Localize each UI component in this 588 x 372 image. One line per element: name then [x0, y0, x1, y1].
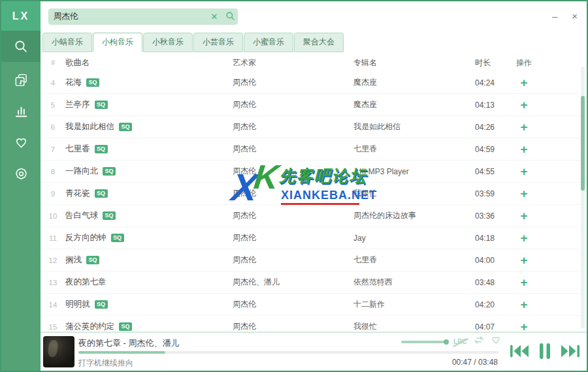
- song-album: 我很忙: [353, 321, 463, 332]
- desktop-lyric-toggle-icon[interactable]: LRC: [453, 338, 467, 345]
- quality-badge: SQ: [95, 300, 108, 309]
- sidebar-item-search[interactable]: [1, 31, 41, 62]
- search-icon[interactable]: [222, 11, 238, 23]
- add-song-button[interactable]: +: [520, 121, 527, 134]
- leaderboard-icon: [14, 104, 29, 119]
- tab-0[interactable]: 小蜗音乐: [42, 33, 92, 52]
- title-bar: LX ✕ – ×: [1, 1, 587, 31]
- search-icon: [13, 39, 29, 54]
- love-song-icon[interactable]: [491, 335, 501, 348]
- tab-1[interactable]: 小枸音乐: [93, 33, 142, 52]
- song-title: 七里香SQ: [65, 144, 233, 155]
- table-row[interactable]: 4花海SQ周杰伦魔杰座04:24+: [41, 72, 580, 94]
- tab-3[interactable]: 小芸音乐: [193, 33, 243, 52]
- add-song-button[interactable]: +: [520, 99, 527, 112]
- progress-bar[interactable]: [78, 351, 499, 354]
- song-album: 魔杰座: [353, 99, 463, 110]
- song-number: 4: [41, 79, 65, 87]
- scrollbar-track[interactable]: [581, 67, 585, 328]
- song-artist: 周杰伦: [233, 99, 353, 110]
- header-num: #: [41, 59, 65, 67]
- quality-badge: SQ: [95, 101, 108, 109]
- song-duration: 04:24: [463, 78, 501, 87]
- add-song-button[interactable]: +: [520, 298, 527, 311]
- close-button[interactable]: ×: [572, 11, 578, 21]
- table-row[interactable]: 5兰亭序SQ周杰伦魔杰座04:13+: [41, 94, 580, 116]
- minimize-button[interactable]: –: [552, 11, 557, 21]
- song-title: 我是如此相信SQ: [65, 121, 233, 132]
- clear-search-icon[interactable]: ✕: [206, 12, 222, 22]
- tab-4[interactable]: 小蜜音乐: [244, 33, 293, 52]
- table-row[interactable]: 11反方向的钟SQ周杰伦Jay04:18+: [41, 227, 580, 249]
- add-song-button[interactable]: +: [520, 276, 527, 289]
- song-number: 13: [41, 279, 65, 287]
- sidebar-item-music-library[interactable]: [1, 64, 41, 95]
- song-number: 11: [41, 234, 65, 242]
- quality-badge: SQ: [86, 256, 99, 264]
- add-song-button[interactable]: +: [520, 232, 527, 245]
- table-row[interactable]: 7七里香SQ周杰伦七里香04:59+: [41, 138, 580, 161]
- song-artist: 周杰伦: [233, 188, 353, 199]
- table-row[interactable]: 10告白气球SQ周杰伦周杰伦的床边故事03:36+: [41, 205, 580, 227]
- play-mode-loop-icon[interactable]: [474, 335, 484, 348]
- tab-5[interactable]: 聚合大会: [294, 33, 344, 52]
- song-artist: 周杰伦: [233, 255, 353, 266]
- favorites-heart-icon: [14, 135, 29, 150]
- song-title: 花海SQ: [65, 77, 233, 88]
- header-duration: 时长: [463, 57, 501, 69]
- song-list: 4花海SQ周杰伦魔杰座04:24+5兰亭序SQ周杰伦魔杰座04:13+6我是如此…: [41, 72, 580, 338]
- song-title: 告白气球SQ: [65, 210, 233, 221]
- sidebar-item-settings[interactable]: [1, 158, 41, 189]
- table-row[interactable]: 14明明就SQ周杰伦十二新作04:20+: [41, 294, 580, 316]
- table-row[interactable]: 12搁浅SQ周杰伦七里香04:00+: [41, 249, 580, 271]
- app-logo: LX: [1, 1, 41, 31]
- song-title: 明明就SQ: [65, 299, 233, 310]
- sidebar-item-leaderboard[interactable]: [1, 95, 41, 127]
- quality-badge: SQ: [95, 189, 108, 198]
- music-library-icon: [14, 72, 29, 87]
- search-box[interactable]: ✕: [48, 8, 238, 25]
- add-song-button[interactable]: +: [520, 165, 527, 178]
- table-row[interactable]: 8一路向北SQ周杰伦J III MP3 Player04:55+: [41, 161, 580, 183]
- next-track-button[interactable]: [561, 343, 580, 359]
- song-album: 周杰伦的床边故事: [353, 210, 463, 221]
- add-song-button[interactable]: +: [520, 254, 527, 267]
- table-row[interactable]: 9青花瓷SQ周杰伦我很忙03:59+: [41, 183, 580, 205]
- song-duration: 04:59: [463, 145, 501, 154]
- song-number: 14: [41, 301, 65, 309]
- previous-track-button[interactable]: [510, 343, 529, 359]
- tab-2[interactable]: 小秋音乐: [143, 33, 193, 52]
- search-input[interactable]: [48, 12, 206, 22]
- song-title: 搁浅SQ: [65, 255, 233, 266]
- song-number: 5: [41, 101, 65, 109]
- song-artist: 周杰伦: [233, 121, 353, 132]
- album-art[interactable]: [43, 336, 74, 367]
- song-number: 8: [41, 168, 65, 176]
- add-song-button[interactable]: +: [520, 209, 527, 223]
- sidebar-item-favorites[interactable]: [1, 127, 41, 158]
- song-artist: 周杰伦: [233, 166, 353, 177]
- now-playing-title: 夜的第七章 - 周杰伦、潘儿: [78, 337, 180, 349]
- table-row[interactable]: 6我是如此相信SQ周杰伦我是如此相信04:26+: [41, 116, 580, 138]
- add-song-button[interactable]: +: [520, 143, 527, 156]
- song-album: 魔杰座: [353, 77, 463, 88]
- song-duration: 03:36: [463, 211, 501, 221]
- song-duration: 04:26: [463, 123, 501, 132]
- song-number: 10: [41, 212, 65, 220]
- volume-handle[interactable]: [444, 339, 449, 345]
- source-tabs: 小蜗音乐小枸音乐小秋音乐小芸音乐小蜜音乐聚合大会: [42, 33, 344, 52]
- song-artist: 周杰伦: [233, 299, 353, 310]
- table-row[interactable]: 13夜的第七章周杰伦、潘儿依然范特西03:48+: [41, 271, 580, 294]
- header-action: 操作: [501, 57, 547, 69]
- pause-button[interactable]: [538, 342, 551, 360]
- song-title: 蒲公英的约定SQ: [65, 321, 233, 332]
- volume-slider[interactable]: [401, 341, 448, 343]
- song-album: 十二新作: [353, 299, 463, 310]
- song-artist: 周杰伦: [233, 232, 353, 243]
- add-song-button[interactable]: +: [520, 76, 527, 89]
- song-artist: 周杰伦、潘儿: [233, 277, 353, 288]
- add-song-button[interactable]: +: [520, 187, 527, 200]
- quality-badge: SQ: [95, 145, 108, 153]
- scrollbar-thumb[interactable]: [581, 96, 585, 191]
- lx-music-window: LX ✕ – ×: [0, 0, 588, 372]
